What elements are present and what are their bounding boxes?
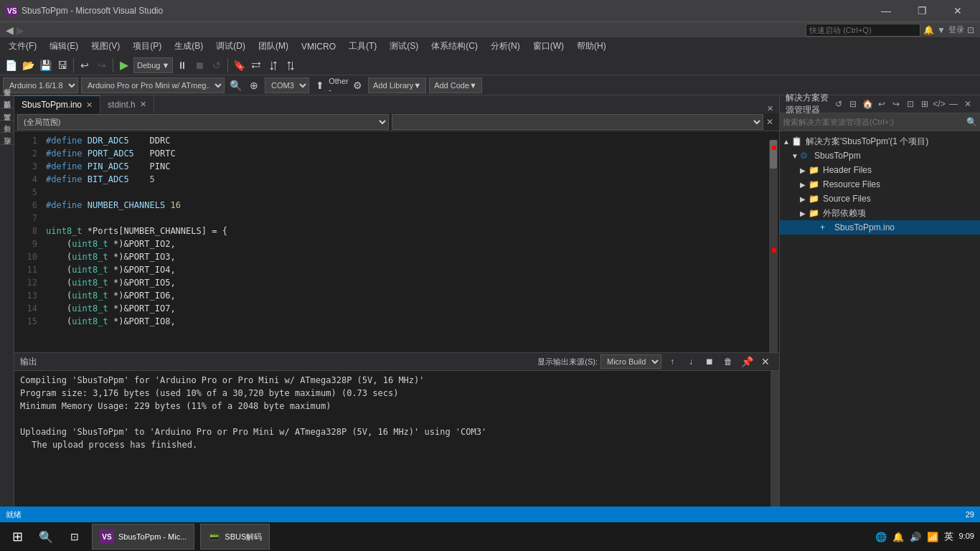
menu-window[interactable]: 窗口(W) <box>527 39 570 54</box>
config-btn[interactable]: ⚙ <box>349 77 365 93</box>
scope-select[interactable]: (全局范围) <box>17 114 389 130</box>
sol-close[interactable]: ✕ <box>961 98 974 110</box>
sol-btn6[interactable]: ⊡ <box>904 98 917 110</box>
taskbar-sbus-app[interactable]: 📟 SBUS解码 <box>200 524 270 550</box>
menu-view[interactable]: 视图(V) <box>85 39 126 54</box>
tray-icon3[interactable]: 🔊 <box>910 532 921 542</box>
menu-test[interactable]: 测试(S) <box>384 39 424 54</box>
back-icon[interactable]: ◀ <box>6 24 14 36</box>
taskbar-clock[interactable]: 9:09 <box>959 531 974 542</box>
new-file-btn[interactable]: 📄 <box>3 57 19 73</box>
sol-btn4[interactable]: ↩ <box>875 98 888 110</box>
scroll-right-btn[interactable]: ✕ <box>763 117 776 127</box>
undo-btn[interactable]: ↩ <box>77 57 93 73</box>
menu-team[interactable]: 团队(M) <box>253 39 294 54</box>
sol-btn3[interactable]: 🏠 <box>861 98 874 110</box>
restart-btn[interactable]: ↺ <box>209 57 225 73</box>
menu-analyze[interactable]: 分析(N) <box>485 39 526 54</box>
search-btn[interactable]: 🔍 <box>227 77 243 93</box>
run-dropdown[interactable]: Debug▼ <box>133 57 173 73</box>
menu-help[interactable]: 帮助(H) <box>571 39 612 54</box>
login-label[interactable]: 登录 <box>948 24 964 35</box>
menu-file[interactable]: 文件(F) <box>3 39 42 54</box>
output-close[interactable]: ✕ <box>758 354 773 369</box>
sol-btn7[interactable]: ⊞ <box>918 98 931 110</box>
tab-close-stdint[interactable]: ✕ <box>140 100 146 109</box>
tab-sbustoppm[interactable]: SbusToPpm.ino ✕ <box>14 95 100 113</box>
start-button[interactable]: ⊞ <box>6 525 29 548</box>
left-tab-2[interactable]: 资源管理 <box>0 108 14 120</box>
tray-icon5[interactable]: 英 <box>944 530 953 543</box>
minimize-button[interactable]: — <box>870 0 903 22</box>
left-tab-1[interactable]: 服务器 <box>0 95 14 108</box>
stop-btn[interactable]: ⏹ <box>192 57 207 73</box>
upload-btn[interactable]: ⬆ <box>312 77 328 93</box>
close-all-tabs[interactable]: ✕ <box>761 104 779 113</box>
board-target-select[interactable]: Arduino Pro or Pro Mini w/ ATmeg... <box>81 77 225 93</box>
output-btn4[interactable]: 🗑 <box>720 354 736 369</box>
symbol-select[interactable] <box>392 114 763 130</box>
tree-item-solution[interactable]: ▲ 📋 解决方案'SbusToPpm'(1 个项目) <box>780 134 980 149</box>
tab-stdint[interactable]: stdint.h ✕ <box>100 95 154 113</box>
add-code-btn[interactable]: Add Code▼ <box>429 77 482 93</box>
tray-icon2[interactable]: 🔔 <box>892 532 904 542</box>
output-scrollbar[interactable] <box>771 371 779 509</box>
menu-project[interactable]: 项目(P) <box>127 39 167 54</box>
restore-button[interactable]: ❐ <box>905 0 938 22</box>
tray-icon1[interactable]: 🌐 <box>875 532 887 542</box>
sol-pin[interactable]: — <box>947 98 960 110</box>
sol-btn2[interactable]: ⊟ <box>847 98 859 110</box>
quick-search-input[interactable] <box>806 24 920 37</box>
task-view-button[interactable]: ⊡ <box>63 525 86 548</box>
tree-item-project[interactable]: ▼ ⚙ SbusToPpm <box>780 149 980 163</box>
solution-search-input[interactable] <box>783 115 963 129</box>
sol-btn1[interactable]: ↺ <box>832 98 845 110</box>
com-select[interactable]: COM3 <box>265 77 309 93</box>
forward-icon[interactable]: ▶ <box>17 24 24 36</box>
taskbar-vs-app[interactable]: VS SbusToPpm - Mic... <box>92 524 194 550</box>
pause-btn[interactable]: ⏸ <box>174 57 190 73</box>
expand-icon[interactable]: ⊡ <box>967 25 974 35</box>
tray-icon4[interactable]: 📶 <box>927 532 938 542</box>
sol-btn5[interactable]: ↪ <box>890 98 903 110</box>
nav-btn3[interactable]: ⮁ <box>283 57 298 73</box>
bookmark-btn[interactable]: 🔖 <box>231 57 247 73</box>
menu-arch[interactable]: 体系结构(C) <box>425 39 484 54</box>
run-btn[interactable]: ▶ <box>116 57 132 73</box>
tree-item-headers[interactable]: ▶ 📁 Header Files <box>780 163 980 177</box>
output-source-select[interactable]: Micro Build <box>600 354 661 369</box>
left-tab-5[interactable]: 断点 <box>0 144 14 156</box>
tree-item-external[interactable]: ▶ 📁 外部依赖项 <box>780 206 980 220</box>
sol-btn8[interactable]: </> <box>933 98 946 110</box>
tree-item-file[interactable]: + SbusToPpm.ino <box>780 220 980 235</box>
menu-tools[interactable]: 工具(T) <box>343 39 382 54</box>
save-btn[interactable]: 💾 <box>37 57 53 73</box>
scrollbar-thumb[interactable] <box>770 140 777 169</box>
menu-edit[interactable]: 编辑(E) <box>44 39 84 54</box>
tree-item-resources[interactable]: ▶ 📁 Resource Files <box>780 177 980 192</box>
left-tab-3[interactable]: 工具箱 <box>0 120 14 132</box>
nav-btn2[interactable]: ⮃ <box>265 57 281 73</box>
add-library-btn[interactable]: Add Library▼ <box>368 77 426 93</box>
board-version-select[interactable]: Arduino 1.6/1.8 <box>3 77 78 93</box>
output-pin[interactable]: 📌 <box>739 354 755 369</box>
open-btn[interactable]: 📂 <box>20 57 36 73</box>
nav-btn1[interactable]: ⮂ <box>248 57 264 73</box>
code-editor[interactable]: 12345 678910 1112131415 #define DDR_ADC5… <box>14 131 779 354</box>
menu-debug[interactable]: 调试(D) <box>210 39 251 54</box>
close-button[interactable]: ✕ <box>941 0 974 22</box>
code-content[interactable]: #define DDR_ADC5 DDRC #define PORT_ADC5 … <box>43 134 769 351</box>
filter-btn[interactable]: ⊕ <box>246 77 262 93</box>
output-btn2[interactable]: ↓ <box>683 354 699 369</box>
tab-close-sbustoppm[interactable]: ✕ <box>86 100 93 110</box>
save-all-btn[interactable]: 🖫 <box>55 57 70 73</box>
output-btn1[interactable]: ↑ <box>664 354 680 369</box>
output-btn3[interactable]: ⏹ <box>702 354 717 369</box>
left-tab-4[interactable]: 等待 <box>0 132 14 144</box>
redo-btn[interactable]: ↪ <box>94 57 110 73</box>
editor-scrollbar[interactable] <box>769 140 778 354</box>
menu-vmicro[interactable]: VMICRO <box>296 40 341 53</box>
other-btn[interactable]: Other - <box>331 77 347 93</box>
search-button[interactable]: 🔍 <box>34 525 57 548</box>
tree-item-source[interactable]: ▶ 📁 Source Files <box>780 192 980 206</box>
